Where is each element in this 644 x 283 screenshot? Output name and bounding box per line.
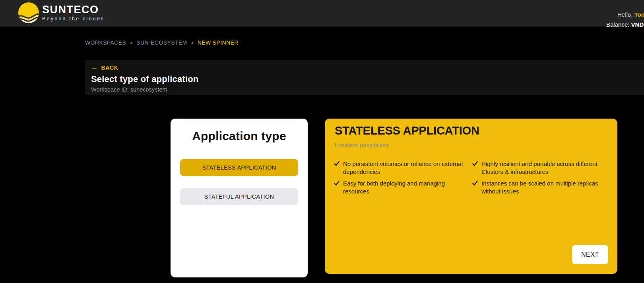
stateless-detail-card: STATELESS APPLICATION Limitless possibil… xyxy=(325,119,617,274)
check-icon xyxy=(472,180,478,188)
feature-item: Instances can be scaled on multiple repl… xyxy=(472,180,609,195)
feature-text: Instances can be scaled on multiple repl… xyxy=(481,180,609,195)
stateless-application-option[interactable]: STATELESS APPLICATION xyxy=(180,159,298,176)
feature-item: Easy for both deploying and managing res… xyxy=(334,180,472,195)
back-button[interactable]: ← BACK xyxy=(91,64,118,71)
feature-text: No persistent volumes or reliance on ext… xyxy=(343,160,468,176)
back-label: BACK xyxy=(101,64,118,71)
balance: Balance: VND xyxy=(596,14,644,35)
breadcrumb-separator: > xyxy=(130,40,133,46)
detail-subtitle: Limitless possibilites xyxy=(335,142,389,148)
application-type-title: Application type xyxy=(171,129,308,143)
brand-text: SUNTECO Beyond the clouds xyxy=(42,4,105,21)
detail-title: STATELESS APPLICATION xyxy=(335,124,479,137)
sun-logo-icon xyxy=(18,18,39,24)
balance-label: Balance: xyxy=(606,21,631,28)
stateful-application-option[interactable]: STATEFUL APPLICATION xyxy=(180,188,298,205)
check-icon xyxy=(472,160,478,169)
breadcrumb-separator: > xyxy=(191,40,194,46)
breadcrumb-sun-ecosystem[interactable]: SUN-ECOSYSTEM xyxy=(136,39,187,46)
brand-name: SUNTECO xyxy=(42,4,105,16)
check-icon xyxy=(334,160,340,169)
feature-text: Easy for both deploying and managing res… xyxy=(343,180,468,195)
top-bar: SUNTECO Beyond the clouds Hello, Ton Bal… xyxy=(0,0,644,27)
breadcrumb-workspaces[interactable]: WORKSPACES xyxy=(85,39,126,46)
next-button[interactable]: NEXT xyxy=(572,245,608,264)
brand-tagline: Beyond the clouds xyxy=(42,16,105,21)
workspace-id: Workspace ID: sunecosystem xyxy=(91,86,167,93)
back-arrow-icon: ← xyxy=(91,65,98,70)
sunteco-logo[interactable] xyxy=(18,2,39,23)
feature-list: No persistent volumes or reliance on ext… xyxy=(334,160,609,195)
feature-text: Highly resilient and portable across dif… xyxy=(481,160,609,176)
feature-item: No persistent volumes or reliance on ext… xyxy=(334,160,472,176)
page-title: Select type of application xyxy=(91,74,198,84)
page: SUNTECO Beyond the clouds Hello, Ton Bal… xyxy=(0,0,644,283)
feature-item: Highly resilient and portable across dif… xyxy=(472,160,609,176)
application-type-card: Application type STATELESS APPLICATION S… xyxy=(171,119,308,277)
check-icon xyxy=(334,180,340,188)
breadcrumb-new-spinner: NEW SPINNER xyxy=(198,39,239,46)
breadcrumb: WORKSPACES > SUN-ECOSYSTEM > NEW SPINNER xyxy=(85,39,239,46)
balance-value: VND xyxy=(631,21,644,28)
page-header-panel: ← BACK Select type of application Worksp… xyxy=(85,60,644,95)
